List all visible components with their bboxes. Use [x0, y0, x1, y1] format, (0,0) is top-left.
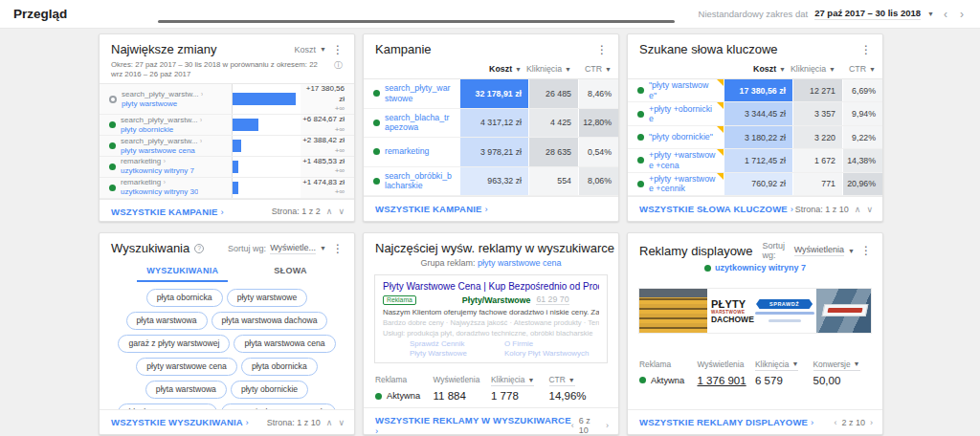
search-terms-cloud: płyta obornicka płyty warstwowe płyta wa… — [100, 282, 354, 409]
overview-cards: Największe zmiany Koszt ▼ ⋮ Okres: 27 pa… — [99, 33, 883, 435]
status-dot-active — [637, 134, 644, 141]
display-ad-banner[interactable]: PŁYTY WARSTWOWE DACHOWE SPRAWDŹ — [638, 288, 872, 334]
sort-dropdown[interactable]: Sortuj wg: Wyświetlenia ▼ — [763, 241, 856, 260]
column-header-clicks[interactable]: Kliknięcia▼ — [528, 64, 578, 74]
ad-group-link[interactable]: płyty warstwowe cena — [121, 146, 202, 156]
chevron-right-icon: › — [220, 207, 223, 217]
chevron-right-icon[interactable]: › — [870, 418, 873, 427]
change-row[interactable]: remarketing › uzytkownicy witryny 7 +1 4… — [100, 157, 354, 178]
audience-link[interactable]: uzytkownicy witryny 7 — [715, 263, 806, 272]
chevron-left-icon[interactable]: ‹ — [941, 8, 950, 21]
ad-group-link[interactable]: płyty warstwowe — [122, 99, 203, 109]
chevron-left-icon[interactable]: ‹ — [571, 421, 574, 430]
ad-sitelink[interactable]: Sprawdź Cennik — [410, 339, 504, 348]
ad-preview: Płyty Warstwowe Cena | Kup Bezpośrednio … — [374, 274, 608, 363]
search-term-chip[interactable]: garaż z płyty warstwowej — [118, 335, 230, 353]
ad-headline-link[interactable]: Płyty Warstwowe Cena | Kup Bezpośrednio … — [383, 281, 599, 292]
search-term-chip[interactable]: płyty obornickie — [231, 381, 308, 399]
campaign-link[interactable]: remarketing — [385, 146, 436, 157]
keyword-link[interactable]: +płyty +warstwowe +cena — [649, 150, 724, 170]
change-row[interactable]: search_płyty_warstw... › płyty warstwowe… — [100, 136, 354, 157]
kebab-menu-icon[interactable]: ⋮ — [859, 45, 873, 54]
kebab-menu-icon[interactable]: ⋮ — [859, 246, 873, 255]
all-campaigns-link[interactable]: WSZYSTKIE KAMPANIE › — [375, 204, 488, 214]
date-range-value[interactable]: 27 paź 2017 – 30 lis 2018 — [814, 8, 921, 20]
ad-sitelink[interactable]: Płyty Warstwowe — [410, 349, 504, 358]
chevron-down-icon: ▼ — [515, 66, 522, 73]
banner-cta-button[interactable]: SPRAWDŹ — [756, 299, 813, 309]
kebab-menu-icon[interactable]: ⋮ — [331, 45, 345, 54]
chevron-up-icon[interactable]: ∧ — [855, 205, 861, 214]
info-icon[interactable]: ⓘ — [334, 60, 343, 79]
keyword-link[interactable]: +płyty +obornickie — [649, 104, 724, 124]
search-term-chip[interactable]: płyta warstwowa — [126, 312, 208, 330]
card-keywords: Szukane słowa kluczowe ⋮ Koszt▼ Kliknięc… — [627, 33, 883, 222]
sort-metric[interactable]: Kliknięcia▼ — [491, 375, 534, 386]
sort-metric[interactable]: Kliknięcia▼ — [755, 360, 798, 371]
notice-corner-icon — [717, 79, 724, 86]
status-dot-active — [704, 265, 711, 272]
status-dot-active — [637, 87, 644, 94]
column-header-clicks[interactable]: Kliknięcia▼ — [792, 64, 842, 74]
chevron-right-icon: › — [811, 417, 813, 427]
ad-group-link[interactable]: płyty warstwowe cena — [478, 258, 562, 268]
date-range-control[interactable]: Niestandardowy zakres dat 27 paź 2017 – … — [699, 8, 967, 21]
all-display-ads-link[interactable]: WSZYSTKIE REKLAMY DISPLAYOWE › — [639, 417, 813, 427]
change-row[interactable]: search_płyty_warstw... › płyty warstwowe… — [100, 84, 354, 115]
sort-dropdown[interactable]: Koszt ▼ — [295, 45, 326, 54]
card-campaigns: Kampanie ⋮ Koszt▼ Kliknięcia▼ CTR▼ searc… — [363, 33, 619, 222]
column-header-ctr[interactable]: CTR▼ — [578, 64, 618, 74]
chevron-right-icon[interactable]: › — [606, 421, 609, 430]
campaign-link[interactable]: search_blacha_trapezowa — [385, 113, 459, 133]
ad-group-link[interactable]: płyty obornickie — [121, 125, 202, 135]
horizontal-scrollbar[interactable] — [158, 20, 675, 23]
kebab-menu-icon[interactable]: ⋮ — [595, 45, 609, 54]
impressions-link[interactable]: 1 376 901 — [698, 375, 756, 386]
all-search-ads-link[interactable]: WSZYSTKIE REKLAMY W WYSZUKIWARCE › — [375, 415, 571, 435]
card-title: Reklamy displayowe — [639, 244, 753, 258]
ad-group-link[interactable]: uzytkownicy witryny 7 — [121, 166, 194, 176]
all-searches-link[interactable]: WSZYSTKIE WYSZUKIWANIA › — [111, 417, 249, 427]
ad-group-link[interactable]: uzytkownicy witryny 30 — [121, 187, 198, 197]
change-row[interactable]: search_płyty_warstw... › płyty obornicki… — [100, 115, 354, 136]
sort-metric[interactable]: CTR▼ — [549, 375, 575, 386]
chevron-down-icon[interactable]: ∨ — [338, 207, 345, 216]
help-icon[interactable]: ? — [194, 244, 204, 253]
all-campaigns-link[interactable]: WSZYSTKIE KAMPANIE › — [111, 207, 224, 217]
campaign-link[interactable]: search_obróbki_blacharskie — [385, 171, 459, 191]
search-term-chip[interactable]: płyta obornicka — [146, 289, 223, 307]
search-term-chip[interactable]: płyty warstwowe — [227, 289, 308, 307]
keyword-link[interactable]: +płyty +warstwowe +cennik — [649, 174, 724, 194]
chevron-down-icon[interactable]: ∨ — [866, 205, 873, 214]
search-term-chip[interactable]: płyta obornicka — [241, 358, 318, 376]
ad-sitelink[interactable]: Kolory Płyt Warstwowych — [504, 349, 599, 358]
column-header-cost[interactable]: Koszt▼ — [459, 64, 528, 74]
status-dot-active — [373, 148, 380, 155]
chevron-down-icon[interactable]: ∨ — [338, 418, 345, 427]
search-term-chip[interactable]: płyty warstwowe cena — [136, 358, 237, 376]
tab-words[interactable]: SŁOWA — [264, 262, 317, 282]
ad-sitelink[interactable]: O Firmie — [504, 339, 599, 348]
search-term-chip[interactable]: płyta warstwowa — [145, 381, 227, 399]
keyword-link[interactable]: "płyty obornickie" — [649, 132, 721, 142]
status-dot-active — [109, 142, 116, 149]
banner-text-line — [768, 319, 801, 322]
search-term-chip[interactable]: płyta warstwowa dachowa — [212, 312, 328, 330]
keyword-link[interactable]: "płyty warstwowe" — [649, 80, 724, 100]
column-header-cost[interactable]: Koszt▼ — [724, 64, 792, 74]
search-term-chip[interactable]: płyta warstwowa cena — [234, 335, 335, 353]
kebab-menu-icon[interactable]: ⋮ — [331, 244, 345, 253]
campaign-link[interactable]: search_płyty_warstwowe — [385, 83, 459, 103]
chevron-down-icon: ▼ — [791, 360, 798, 367]
sort-metric[interactable]: Konwersje▼ — [813, 360, 860, 371]
chevron-right-icon[interactable]: › — [957, 8, 967, 21]
change-row[interactable]: remarketing › uzytkownicy witryny 30 +1 … — [100, 178, 354, 199]
column-header-ctr[interactable]: CTR▼ — [842, 64, 882, 74]
chevron-down-icon[interactable]: ▼ — [927, 11, 934, 17]
all-keywords-link[interactable]: WSZYSTKIE SŁOWA KLUCZOWE › — [639, 204, 793, 214]
sort-dropdown[interactable]: Sortuj wg: Wyświetle... ▼ — [228, 243, 326, 254]
chevron-up-icon[interactable]: ∧ — [326, 418, 333, 427]
chevron-up-icon[interactable]: ∧ — [326, 207, 333, 216]
chevron-left-icon[interactable]: ‹ — [834, 418, 836, 427]
tab-searches[interactable]: WYSZUKIWANIA — [137, 262, 228, 282]
